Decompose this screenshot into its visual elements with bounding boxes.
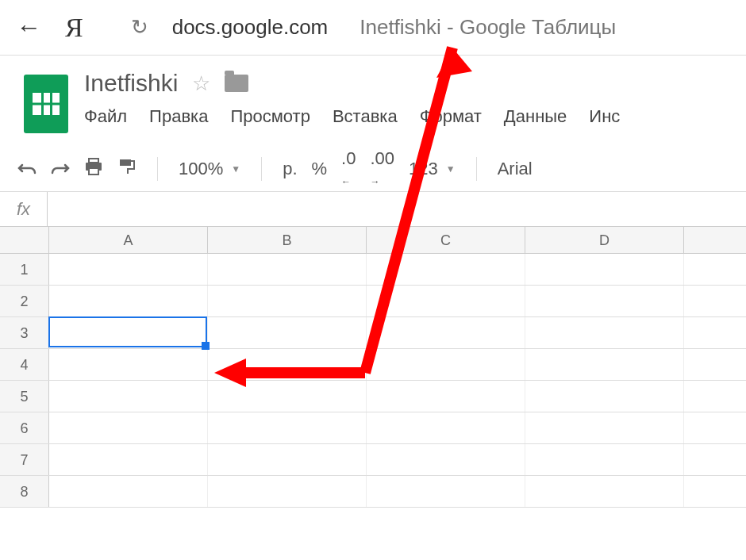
table-row: 3 [0, 317, 746, 349]
font-dropdown[interactable]: Arial [498, 159, 533, 179]
cell[interactable] [525, 476, 684, 507]
row-header[interactable]: 3 [0, 317, 49, 348]
svg-rect-3 [120, 159, 131, 166]
row-header[interactable]: 5 [0, 381, 49, 412]
cell[interactable] [49, 412, 208, 443]
table-row: 6 [0, 412, 746, 444]
table-row: 1 [0, 254, 746, 286]
browser-address-bar: ← Я ↻ docs.google.com Inetfishki - Googl… [0, 0, 746, 56]
cell[interactable] [208, 444, 367, 475]
svg-rect-0 [89, 159, 98, 163]
cell[interactable] [208, 254, 367, 285]
currency-button[interactable]: р. [283, 159, 297, 179]
url-page-title: Inetfishki - Google Таблицы [360, 15, 616, 40]
cell[interactable] [525, 254, 684, 285]
toolbar-separator [157, 157, 158, 181]
folder-icon[interactable] [225, 75, 248, 92]
cell[interactable] [367, 381, 525, 412]
toolbar-separator [476, 157, 477, 181]
menu-insert[interactable]: Вставка [333, 106, 398, 127]
row-header[interactable]: 2 [0, 286, 49, 316]
formula-input[interactable] [48, 192, 746, 226]
back-icon[interactable]: ← [16, 13, 41, 42]
column-header-a[interactable]: A [49, 227, 208, 253]
fx-label: fx [0, 192, 48, 226]
zoom-dropdown[interactable]: 100% ▼ [179, 159, 240, 179]
menu-edit[interactable]: Правка [149, 106, 208, 127]
cell[interactable] [367, 444, 525, 475]
menu-bar: Файл Правка Просмотр Вставка Формат Данн… [84, 106, 620, 127]
cell[interactable] [208, 286, 367, 316]
number-format-dropdown[interactable]: 123 ▼ [409, 159, 456, 179]
column-header-c[interactable]: C [367, 227, 525, 253]
format-123-label: 123 [409, 159, 438, 179]
table-row: 8 [0, 476, 746, 508]
cell[interactable] [49, 349, 208, 380]
reload-icon[interactable]: ↻ [131, 15, 148, 40]
cell[interactable] [525, 412, 684, 443]
cell[interactable] [525, 286, 684, 316]
select-all-corner[interactable] [0, 227, 49, 253]
spreadsheet-grid: A B C D 12345678 [0, 227, 746, 508]
menu-view[interactable]: Просмотр [230, 106, 310, 127]
row-header[interactable]: 1 [0, 254, 49, 285]
cell[interactable] [49, 444, 208, 475]
cell[interactable] [208, 476, 367, 507]
toolbar-separator [261, 157, 262, 181]
cell[interactable] [208, 349, 367, 380]
cell[interactable] [367, 476, 525, 507]
cell[interactable] [367, 286, 525, 316]
svg-rect-2 [89, 168, 98, 175]
table-row: 7 [0, 444, 746, 476]
table-row: 2 [0, 286, 746, 317]
redo-icon[interactable] [51, 159, 70, 179]
column-header-d[interactable]: D [525, 227, 684, 253]
percent-button[interactable]: % [312, 159, 328, 179]
row-header[interactable]: 8 [0, 476, 49, 507]
cell[interactable] [49, 476, 208, 507]
menu-file[interactable]: Файл [84, 106, 127, 127]
cell[interactable] [208, 317, 367, 348]
formula-bar: fx [0, 192, 746, 227]
document-header: Inetfishki ☆ Файл Правка Просмотр Вставк… [0, 56, 746, 133]
table-row: 4 [0, 349, 746, 381]
menu-format[interactable]: Формат [420, 106, 482, 127]
cell[interactable] [49, 254, 208, 285]
cell[interactable] [49, 286, 208, 316]
menu-tools[interactable]: Инс [589, 106, 620, 127]
url-domain[interactable]: docs.google.com [172, 15, 329, 40]
cell[interactable] [208, 412, 367, 443]
column-header-b[interactable]: B [208, 227, 367, 253]
paint-format-icon[interactable] [117, 158, 137, 180]
toolbar: 100% ▼ р. % .0← .00→ 123 ▼ Arial [0, 146, 746, 192]
print-icon[interactable] [84, 158, 103, 180]
font-name: Arial [498, 159, 533, 179]
document-title[interactable]: Inetfishki [84, 70, 178, 97]
table-row: 5 [0, 381, 746, 412]
cell[interactable] [525, 444, 684, 475]
menu-data[interactable]: Данные [504, 106, 567, 127]
row-header[interactable]: 4 [0, 349, 49, 380]
cell[interactable] [525, 349, 684, 380]
yandex-logo-icon[interactable]: Я [65, 13, 83, 43]
cell[interactable] [49, 381, 208, 412]
cell[interactable] [367, 317, 525, 348]
row-header[interactable]: 7 [0, 444, 49, 475]
cell[interactable] [367, 412, 525, 443]
cell[interactable] [367, 349, 525, 380]
star-icon[interactable]: ☆ [192, 71, 210, 96]
zoom-value: 100% [179, 159, 223, 179]
cell[interactable] [525, 317, 684, 348]
google-sheets-icon[interactable] [24, 75, 68, 133]
increase-decimal-button[interactable]: .00→ [370, 148, 394, 190]
chevron-down-icon: ▼ [231, 163, 240, 175]
chevron-down-icon: ▼ [446, 163, 456, 175]
cell[interactable] [208, 381, 367, 412]
decrease-decimal-button[interactable]: .0← [341, 148, 356, 190]
cell[interactable] [367, 254, 525, 285]
cell[interactable] [525, 381, 684, 412]
row-header[interactable]: 6 [0, 412, 49, 443]
undo-icon[interactable] [17, 159, 37, 179]
cell[interactable] [49, 317, 208, 348]
